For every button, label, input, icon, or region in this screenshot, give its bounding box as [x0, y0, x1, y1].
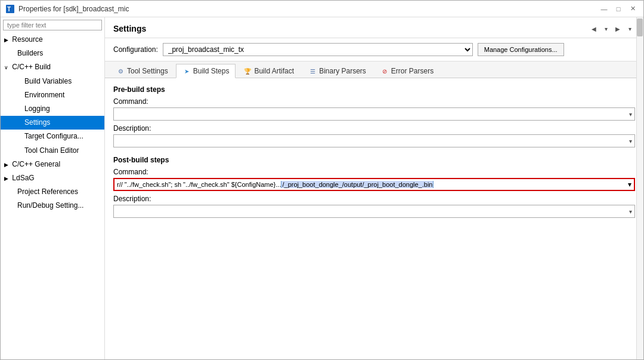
arrow-icon-cpp: ∨ — [4, 63, 8, 72]
sidebar-item-tool-chain-editor[interactable]: Tool Chain Editor — [1, 144, 104, 158]
post-build-section: Post-build steps Command: r// "../fw_che… — [113, 156, 635, 218]
sidebar: ▶ Resource Builders ∨ C/C++ Build Build … — [1, 17, 105, 359]
maximize-button[interactable]: □ — [612, 4, 624, 14]
scrollbar-track — [636, 17, 643, 359]
sidebar-filter-input[interactable] — [3, 20, 102, 30]
close-button[interactable]: ✕ — [627, 4, 639, 14]
nav-back-button[interactable]: ◀ — [589, 23, 599, 34]
tab-build-artifact[interactable]: 🏆 Build Artifact — [237, 64, 301, 78]
tab-tool-settings[interactable]: ⚙ Tool Settings — [110, 64, 175, 78]
post-build-command-text: r// "../fw_check.sh"; sh "../fw_check.sh… — [117, 181, 628, 188]
post-build-description-label: Description: — [113, 195, 635, 203]
sidebar-item-logging[interactable]: Logging — [1, 102, 104, 116]
nav-dropdown-button[interactable]: ▾ — [600, 23, 611, 34]
pre-build-command-arrow: ▾ — [629, 111, 632, 118]
sidebar-item-project-references[interactable]: Project References — [1, 185, 104, 199]
configuration-row: Configuration: _proj_broadcast_mic_tx Ma… — [105, 38, 643, 61]
panel-title: Settings — [113, 24, 146, 33]
command-highlighted: /_proj_boot_dongle_/output/_proj_boot_do… — [281, 181, 434, 188]
panel-nav-buttons: ◀ ▾ ▶ ▾ — [589, 23, 635, 34]
tab-build-steps[interactable]: ➤ Build Steps — [176, 64, 236, 78]
nav-forward-dropdown-button[interactable]: ▾ — [624, 23, 635, 34]
pre-build-description-input[interactable]: ▾ — [113, 134, 635, 147]
pre-build-section: Pre-build steps Command: ▾ Description: … — [113, 85, 635, 147]
sidebar-item-build-variables[interactable]: Build Variables — [1, 75, 104, 88]
window-title: Properties for [sdk]_broadcast_mic — [18, 5, 598, 13]
binary-parsers-icon: ☰ — [308, 67, 317, 75]
scrollbar-thumb[interactable] — [637, 19, 643, 36]
arrow-icon-cpp-general: ▶ — [4, 161, 8, 169]
sidebar-item-builders[interactable]: Builders — [1, 47, 104, 60]
build-steps-icon: ➤ — [182, 67, 191, 75]
svg-text:T: T — [7, 6, 11, 13]
post-build-title: Post-build steps — [113, 156, 635, 164]
post-build-description-input[interactable]: ▾ — [113, 205, 635, 218]
pre-build-description-label: Description: — [113, 124, 635, 133]
tab-binary-parsers[interactable]: ☰ Binary Parsers — [302, 64, 373, 78]
titlebar: T Properties for [sdk]_broadcast_mic — □… — [1, 1, 643, 17]
post-build-command-input[interactable]: r// "../fw_check.sh"; sh "../fw_check.sh… — [113, 178, 635, 191]
post-build-description-arrow: ▾ — [629, 208, 632, 215]
pre-build-command-label: Command: — [113, 97, 635, 106]
tabs-bar: ⚙ Tool Settings ➤ Build Steps 🏆 Build Ar… — [105, 61, 643, 78]
sidebar-item-cpp-general[interactable]: ▶ C/C++ General — [1, 158, 104, 171]
sidebar-item-ldsag[interactable]: ▶ LdSaG — [1, 171, 104, 185]
configuration-select[interactable]: _proj_broadcast_mic_tx — [163, 43, 473, 56]
minimize-button[interactable]: — — [598, 4, 610, 14]
sidebar-item-target-configura[interactable]: Target Configura... — [1, 130, 104, 143]
command-prefix: r// "../fw_check.sh"; sh "../fw_check.sh… — [117, 181, 281, 188]
main-window: T Properties for [sdk]_broadcast_mic — □… — [0, 0, 644, 360]
pre-build-title: Pre-build steps — [113, 85, 635, 94]
app-icon: T — [5, 4, 15, 14]
post-build-command-label: Command: — [113, 168, 635, 176]
tab-content: Pre-build steps Command: ▾ Description: … — [105, 78, 643, 359]
window-controls: — □ ✕ — [598, 4, 639, 14]
build-artifact-icon: 🏆 — [243, 67, 252, 75]
nav-forward-button[interactable]: ▶ — [612, 23, 623, 34]
sidebar-item-run-debug-settings[interactable]: Run/Debug Setting... — [1, 199, 104, 213]
panel-header: Settings ◀ ▾ ▶ ▾ — [105, 17, 643, 38]
arrow-icon-ldsag: ▶ — [4, 174, 8, 183]
pre-build-command-input[interactable]: ▾ — [113, 107, 635, 121]
pre-build-description-arrow: ▾ — [629, 138, 632, 144]
post-build-command-arrow: ▾ — [628, 180, 631, 189]
error-parsers-icon: ⊘ — [380, 67, 389, 75]
sidebar-item-environment[interactable]: Environment — [1, 88, 104, 102]
tab-error-parsers[interactable]: ⊘ Error Parsers — [374, 64, 440, 78]
tool-settings-icon: ⚙ — [116, 67, 125, 75]
right-panel: Settings ◀ ▾ ▶ ▾ Configuration: _proj_br… — [105, 17, 643, 359]
sidebar-item-settings[interactable]: Settings — [1, 116, 104, 130]
main-content: ▶ Resource Builders ∨ C/C++ Build Build … — [1, 17, 643, 359]
configuration-label: Configuration: — [113, 45, 158, 54]
manage-configurations-button[interactable]: Manage Configurations... — [478, 43, 564, 56]
arrow-icon: ▶ — [4, 36, 8, 44]
sidebar-item-cpp-build[interactable]: ∨ C/C++ Build — [1, 60, 104, 74]
sidebar-item-resource[interactable]: ▶ Resource — [1, 33, 104, 47]
